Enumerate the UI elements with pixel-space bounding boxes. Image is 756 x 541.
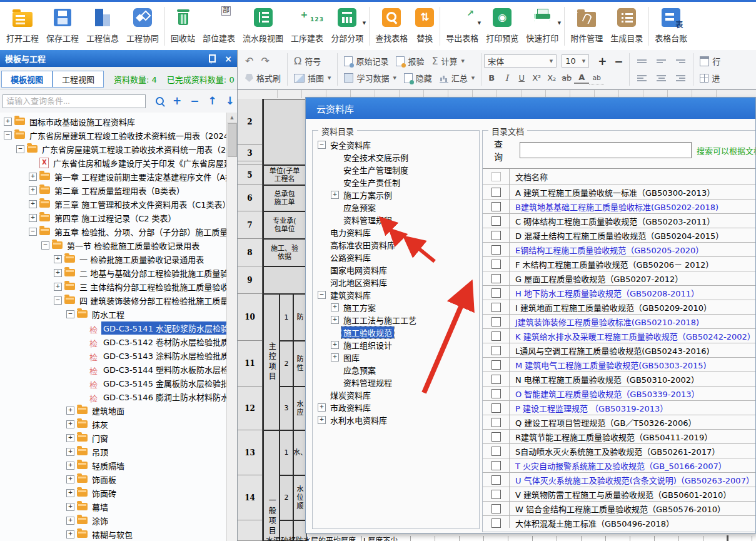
doc-checkbox[interactable] [491,303,501,312]
catalog-tree-item[interactable]: 安全生产责任制 [314,176,478,188]
document-row[interactable]: T 火灾自动报警系统施工及验收规范（GB_50166-2007） [483,458,756,473]
expand-toggle[interactable]: − [318,291,326,299]
cell[interactable]: 施工、验 依据 [263,239,306,266]
insert-picture-button[interactable]: 插图▼ [290,71,335,85]
expand-toggle[interactable]: − [16,145,24,153]
toolbar-button[interactable]: ▼ 查找表格 [371,4,411,44]
cell[interactable]: 专业承( 包单位 [263,211,306,239]
cell[interactable]: 2 [280,341,293,387]
document-row[interactable]: R建筑节能工程施工质量验收规范（GB50411-2019） [483,430,756,444]
row-header[interactable]: 11 [238,341,262,387]
document-row[interactable]: B建筑地基基础工程施工质量验收标准(GB50202-2018) [483,200,756,214]
checkbox-cell[interactable] [483,185,510,199]
doc-name[interactable]: O 智能建筑工程质量验收规范（GB50339-2013） [510,388,700,400]
tree-item[interactable]: − 第一节 检验批施工质量验收记录用表 [0,238,226,252]
font-smaller-button[interactable]: − [610,55,627,68]
tree-item[interactable]: + 饰面砖 [0,486,226,500]
document-row[interactable]: D 混凝土结构工程施工质量验收规范（GB50204-2015） [483,228,756,243]
row-header[interactable]: 7 [238,211,262,239]
chevron-down-icon[interactable]: ▼ [478,21,481,26]
row-header[interactable]: 5 [238,165,262,185]
catalog-tree-item[interactable]: 应急预案 [314,201,478,213]
align-top-button[interactable] [637,59,647,63]
doc-checkbox[interactable] [491,188,501,197]
original-record-button[interactable]: 原始记录 [340,54,392,68]
checkbox-cell[interactable] [483,415,510,429]
panel-titlebar[interactable]: 模板与工程 × [0,50,237,67]
catalog-tree-item[interactable]: 资料管理规程 [314,213,478,226]
select-all-checkbox[interactable] [491,172,501,181]
scrollbar-up-icon[interactable]: ▲ [227,113,237,123]
tab-template-view[interactable]: 模板视图 [1,71,53,88]
expand-toggle[interactable]: − [54,296,62,305]
checkbox-cell[interactable] [483,358,510,372]
row-header[interactable]: 2 [238,99,262,145]
expand-toggle[interactable]: + [66,475,74,483]
chevron-down-icon[interactable]: ▼ [558,21,561,26]
remove-icon[interactable]: − [190,96,199,106]
expand-toggle[interactable]: + [29,186,37,195]
expand-toggle[interactable]: − [4,131,12,139]
doc-name[interactable]: M 建筑电气工程施工质量验收规范(GB50303-2015) [510,359,707,371]
tree-item[interactable]: + 吊顶 [0,445,226,458]
pin-icon[interactable] [209,54,216,63]
tree-item[interactable]: GD-C3-5146 膨润土防水材料防水层检验 [0,390,226,403]
row-height-button[interactable]: 行 [696,54,724,68]
catalog-tree-item[interactable]: + 水利水电资料库 [314,413,478,426]
checkbox-cell[interactable] [483,487,510,501]
tree-item[interactable]: + 第四章 施工过程记录（C2 类表） [0,211,226,225]
expand-toggle[interactable]: + [318,416,326,424]
search-input[interactable] [3,94,146,108]
arrow-up-icon[interactable]: ↑ [208,96,217,106]
document-row[interactable]: J建筑装饰装修工程质量验收标准(GB50210-2018) [483,315,756,329]
cell[interactable] [263,266,306,294]
cell-group-label[interactable]: 一般项目 [263,430,280,541]
checkbox-cell[interactable] [483,372,510,386]
checkbox-cell[interactable] [483,343,510,357]
expand-toggle[interactable]: + [66,489,74,497]
toolbar-button[interactable]: ▼ 工程协同 [123,4,163,44]
undo-button[interactable]: ↶ [241,55,257,68]
expand-toggle[interactable]: + [29,200,37,208]
toolbar-button[interactable]: ▼ 附件管理 [567,4,607,44]
expand-toggle[interactable]: + [331,341,339,349]
tree-item[interactable]: + 抹灰 [0,417,226,431]
doc-checkbox[interactable] [491,447,501,456]
expand-toggle[interactable]: + [54,269,62,277]
document-row[interactable]: W 铝合金结构工程施工质量验收规范（GB50576-2010） [483,502,756,516]
toolbar-button[interactable]: ▼ 替换 [411,4,438,44]
row-header[interactable]: 13 [238,430,262,475]
superscript-button[interactable]: X² [529,72,544,84]
expand-toggle[interactable]: + [66,407,74,415]
catalog-tree-item[interactable]: 电力资料库 [314,226,478,238]
doc-name[interactable]: F 木结构工程施工质量验收规范（GB50206－ 2012） [510,258,713,270]
expand-toggle[interactable]: + [66,448,74,456]
catalog-tree-item[interactable]: 安全生产管理制度 [314,163,478,176]
cell[interactable]: 1 [280,294,293,341]
document-row[interactable]: M 建筑电气工程施工质量验收规范(GB50303-2015) [483,358,756,372]
doc-name[interactable]: B建筑地基基础工程施工质量验收标准(GB50202-2018) [510,201,718,213]
document-row[interactable]: I 建筑地面工程施工质量验收规范（GB50209-2010） [483,300,756,315]
row-header-strip[interactable]: 2 3 5 6 7 8 9 10 11 12 13 14 [238,99,263,541]
checkbox-cell[interactable] [483,458,510,472]
expand-toggle[interactable]: − [29,228,37,236]
checkbox-cell[interactable] [483,169,510,185]
row-header[interactable]: 14 [238,475,262,520]
doc-name[interactable]: G 屋面工程质量验收规范（GB50207-2012） [510,273,683,285]
row-header[interactable] [238,520,262,541]
cell[interactable]: 3 [280,387,293,430]
doc-name[interactable]: J建筑装饰装修工程质量验收标准(GB50210-2018) [510,316,699,328]
document-row[interactable]: S自动喷水灭火系统施工及验收规范（GB50261-2017） [483,444,756,458]
doc-name[interactable]: Q 建设工程项目管理规范（GB／T50326-2006） [510,417,696,428]
strikethrough-button[interactable]: ab [559,72,574,84]
expand-toggle[interactable]: − [41,241,49,250]
toolbar-button[interactable]: ▼ 生成目录 [607,4,647,44]
tab-project-view[interactable]: 工程视图 [53,71,104,88]
row-header[interactable]: 12 [238,387,262,430]
checkbox-cell[interactable] [483,200,510,213]
catalog-tree-item[interactable]: 公路资料库 [314,251,478,263]
expand-toggle[interactable]: + [66,517,74,525]
expand-toggle[interactable]: + [318,403,326,412]
row-header[interactable]: 9 [238,266,262,294]
toolbar-button[interactable]: ▼ 保存工程 [43,4,83,44]
